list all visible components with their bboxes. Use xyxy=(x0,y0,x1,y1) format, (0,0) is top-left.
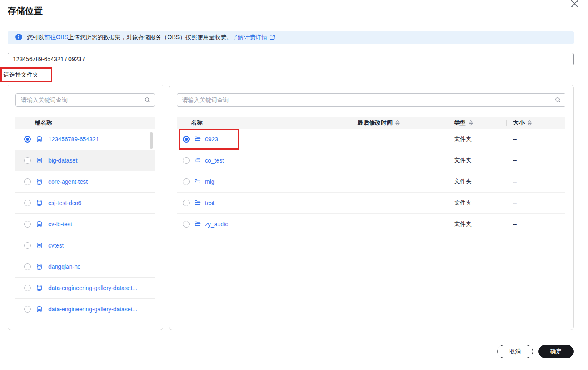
object-search xyxy=(177,93,565,107)
size-cell: -- xyxy=(506,221,564,228)
radio-button[interactable] xyxy=(183,136,190,142)
bucket-table-header: 桶名称 xyxy=(15,117,155,129)
sort-icon[interactable] xyxy=(527,120,532,126)
select-folder-hint-annotation: 请选择文件夹 xyxy=(0,68,52,82)
folder-name[interactable]: test xyxy=(205,200,215,206)
object-table-header: 名称 最后修改时间 类型 大小 xyxy=(177,117,565,129)
pricing-details-link[interactable]: 了解计费详情 xyxy=(232,34,267,40)
goto-obs-link[interactable]: 前往OBS xyxy=(44,34,68,40)
bucket-panel: 桶名称 123456789-654321 big-dataset core-ag… xyxy=(8,85,163,330)
bucket-search-input[interactable] xyxy=(15,93,155,107)
banner-text-middle: 上传您所需的数据集，对象存储服务（OBS）按照使用量收费。 xyxy=(68,34,233,40)
radio-button[interactable] xyxy=(183,178,190,185)
bucket-name[interactable]: cv-lb-test xyxy=(48,221,72,228)
info-banner: 您可以前往OBS上传您所需的数据集，对象存储服务（OBS）按照使用量收费。了解计… xyxy=(8,31,574,44)
size-cell: -- xyxy=(506,178,564,185)
radio-button[interactable] xyxy=(24,178,31,185)
radio-button[interactable] xyxy=(183,200,190,206)
folder-name[interactable]: zy_audio xyxy=(205,221,228,228)
folder-name[interactable]: 0923 xyxy=(205,136,218,142)
bucket-icon xyxy=(36,263,43,270)
page-title: 存储位置 xyxy=(8,5,43,17)
bucket-search xyxy=(15,93,155,107)
folder-icon xyxy=(194,157,201,164)
bucket-list-item[interactable]: data-engineering-gallery-dataset... xyxy=(15,299,155,320)
bucket-list-item[interactable]: dangqian-hc xyxy=(15,256,155,278)
bucket-name[interactable]: dangqian-hc xyxy=(48,263,80,270)
bucket-list-item[interactable]: 123456789-654321 xyxy=(15,129,155,150)
column-header-name: 名称 xyxy=(177,117,350,129)
table-row[interactable]: zy_audio 文件夹 -- xyxy=(177,214,565,235)
select-folder-hint: 请选择文件夹 xyxy=(3,71,38,79)
confirm-button[interactable]: 确定 xyxy=(538,345,574,358)
radio-button[interactable] xyxy=(24,221,31,228)
folder-name[interactable]: mig xyxy=(205,178,215,185)
storage-path-input[interactable] xyxy=(8,53,574,65)
scrollbar-thumb[interactable] xyxy=(150,132,153,149)
radio-button[interactable] xyxy=(24,285,31,291)
column-header-bucket-name: 桶名称 xyxy=(35,119,52,127)
radio-button[interactable] xyxy=(24,200,31,206)
radio-button[interactable] xyxy=(24,136,31,142)
dialog-footer: 取消 确定 xyxy=(0,345,574,358)
bucket-name[interactable]: csj-test-dca6 xyxy=(48,200,81,206)
object-panel: 名称 最后修改时间 类型 大小 0923 文件夹 -- xyxy=(169,85,574,330)
radio-button[interactable] xyxy=(183,221,190,228)
radio-button[interactable] xyxy=(183,157,190,164)
column-header-modified[interactable]: 最后修改时间 xyxy=(350,117,444,129)
folder-icon xyxy=(194,136,201,142)
column-header-size[interactable]: 大小 xyxy=(506,117,564,129)
size-cell: -- xyxy=(506,200,564,206)
bucket-name[interactable]: data-engineering-gallery-dataset... xyxy=(48,285,137,291)
folder-icon xyxy=(194,178,201,185)
external-link-icon[interactable] xyxy=(269,34,275,42)
banner-text: 您可以前往OBS上传您所需的数据集，对象存储服务（OBS）按照使用量收费。了解计… xyxy=(27,34,275,42)
table-row[interactable]: mig 文件夹 -- xyxy=(177,171,565,192)
bucket-name[interactable]: data-engineering-gallery-dataset... xyxy=(48,306,137,312)
object-table-body[interactable]: 0923 文件夹 -- co_test 文件夹 -- mig 文件夹 -- xyxy=(177,129,565,235)
bucket-icon xyxy=(36,285,43,291)
type-cell: 文件夹 xyxy=(444,220,506,228)
table-row[interactable]: 0923 文件夹 -- xyxy=(177,129,565,150)
info-icon xyxy=(15,34,22,42)
table-row[interactable]: test 文件夹 -- xyxy=(177,192,565,214)
bucket-icon xyxy=(36,157,43,164)
bucket-icon xyxy=(36,242,43,249)
bucket-list-item[interactable]: cv-lb-test xyxy=(15,214,155,235)
bucket-list[interactable]: 123456789-654321 big-dataset core-agent-… xyxy=(15,129,155,320)
folder-name[interactable]: co_test xyxy=(205,157,224,164)
cancel-button[interactable]: 取消 xyxy=(497,345,533,358)
table-row[interactable]: co_test 文件夹 -- xyxy=(177,150,565,171)
size-cell: -- xyxy=(506,136,564,142)
type-cell: 文件夹 xyxy=(444,199,506,207)
storage-location-dialog: 存储位置 您可以前往OBS上传您所需的数据集，对象存储服务（OBS）按照使用量收… xyxy=(0,0,588,370)
bucket-name[interactable]: 123456789-654321 xyxy=(48,136,99,142)
radio-button[interactable] xyxy=(24,306,31,312)
bucket-list-item[interactable]: csj-test-dca6 xyxy=(15,192,155,214)
size-cell: -- xyxy=(506,157,564,164)
radio-button[interactable] xyxy=(24,242,31,249)
type-cell: 文件夹 xyxy=(444,157,506,164)
type-cell: 文件夹 xyxy=(444,178,506,185)
bucket-icon xyxy=(36,178,43,185)
sort-icon[interactable] xyxy=(395,120,400,126)
bucket-name[interactable]: core-agent-test xyxy=(48,178,88,185)
bucket-name[interactable]: big-dataset xyxy=(48,157,77,164)
radio-button[interactable] xyxy=(24,157,31,164)
bucket-list-item[interactable]: big-dataset xyxy=(15,150,155,171)
close-icon[interactable] xyxy=(568,0,581,10)
type-cell: 文件夹 xyxy=(444,135,506,143)
bucket-icon xyxy=(36,306,43,312)
bucket-name[interactable]: cvtest xyxy=(48,242,64,249)
bucket-list-item[interactable]: core-agent-test xyxy=(15,171,155,192)
bucket-icon xyxy=(36,221,43,228)
object-search-input[interactable] xyxy=(177,93,565,107)
bucket-list-item[interactable]: data-engineering-gallery-dataset... xyxy=(15,278,155,299)
radio-button[interactable] xyxy=(24,263,31,270)
bucket-list-item[interactable]: cvtest xyxy=(15,235,155,256)
search-icon[interactable] xyxy=(144,97,151,105)
column-header-type[interactable]: 类型 xyxy=(444,117,506,129)
sort-icon[interactable] xyxy=(468,120,473,126)
folder-icon xyxy=(194,221,201,228)
search-icon[interactable] xyxy=(555,97,561,105)
